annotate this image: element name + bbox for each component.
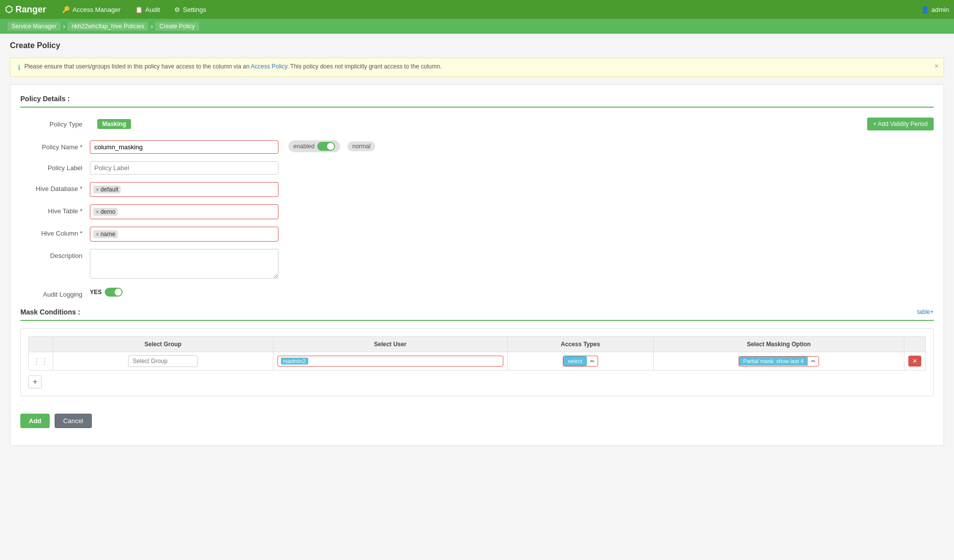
audit-toggle-group: YES (90, 288, 123, 297)
select-user-input[interactable]: rsadmin2 (277, 356, 503, 367)
access-type-wrapper: select ✏ (563, 356, 598, 367)
brand-logo: ⬡ Ranger (5, 4, 46, 15)
policy-type-badge: Masking (97, 119, 131, 129)
form-card: Policy Details : Policy Type Masking + A… (10, 84, 944, 446)
info-icon: ℹ (18, 63, 20, 71)
add-button[interactable]: Add (20, 414, 50, 428)
col-masking-option: Select Masking Option (654, 337, 904, 352)
alert-banner: ℹ Please ensure that users/groups listed… (10, 58, 944, 77)
hive-database-row: Hive Database * × default (20, 182, 934, 197)
hive-column-row: Hive Column * × name (20, 227, 934, 242)
hive-table-tag-remove[interactable]: × (96, 209, 99, 215)
audit-logging-label: Audit Logging (20, 288, 90, 298)
group-cell (53, 352, 273, 371)
top-navigation: ⬡ Ranger 🔑 Access Manager 📋 Audit ⚙ Sett… (0, 0, 954, 19)
policy-type-row: Policy Type Masking + Add Validity Perio… (20, 118, 934, 130)
brand-name: Ranger (15, 4, 46, 15)
table-row: ⋮⋮ rsadmin2 (29, 352, 926, 371)
policy-details-title: Policy Details : (20, 95, 934, 108)
hive-column-tag: × name (93, 230, 118, 238)
masking-option-wrapper: Partial mask: show last 4 ✏ (739, 356, 819, 367)
breadcrumb-service-manager[interactable]: Service Manager (7, 22, 61, 31)
drag-handle-icon[interactable]: ⋮⋮ (33, 357, 49, 366)
policy-type-left: Policy Type Masking (20, 119, 131, 129)
col-access-types: Access Types (507, 337, 653, 352)
hive-database-input[interactable]: × default (90, 182, 278, 197)
access-type-button[interactable]: select (563, 356, 587, 366)
description-row: Description (20, 249, 934, 280)
select-group-input[interactable] (128, 355, 198, 367)
policy-type-label: Policy Type (20, 121, 90, 128)
policy-label-label: Policy Label (20, 161, 90, 172)
policy-name-input[interactable] (90, 140, 278, 154)
hive-column-label: Hive Column * (20, 227, 90, 237)
mask-section-header: Mask Conditions : table+ (20, 308, 934, 321)
hive-column-tag-remove[interactable]: × (96, 231, 99, 237)
breadcrumb: Service Manager › nkh22whcllap_hive Poli… (0, 19, 954, 34)
masking-option-edit-button[interactable]: ✏ (808, 357, 818, 366)
policy-label-input[interactable] (90, 161, 278, 175)
policy-name-label: Policy Name * (20, 140, 90, 151)
policy-label-row: Policy Label (20, 161, 934, 175)
delete-cell: ✕ (904, 352, 926, 371)
nav-settings[interactable]: ⚙ Settings (168, 4, 212, 15)
description-input[interactable] (90, 249, 278, 279)
delete-row-button[interactable]: ✕ (908, 356, 921, 367)
hive-database-tag-remove[interactable]: × (96, 187, 99, 192)
enabled-toggle[interactable] (317, 142, 335, 151)
normal-badge: normal (347, 141, 376, 151)
mask-section-table-link[interactable]: table+ (917, 309, 934, 315)
breadcrumb-sep-2: › (150, 22, 153, 30)
col-actions (904, 337, 926, 352)
enabled-toggle-group[interactable]: enabled (288, 140, 340, 152)
audit-yes-label: YES (90, 289, 102, 296)
policy-name-wrapper (90, 140, 278, 154)
hive-database-label: Hive Database * (20, 182, 90, 192)
access-type-edit-button[interactable]: ✏ (587, 357, 598, 366)
mask-conditions-title: Mask Conditions : (20, 308, 80, 316)
hive-column-input[interactable]: × name (90, 227, 278, 242)
description-label: Description (20, 249, 90, 259)
conditions-table: Select Group Select User Access Types Se… (28, 336, 926, 371)
description-wrapper (90, 249, 278, 280)
hive-table-tag: × demo (93, 208, 118, 216)
hive-database-wrapper: × default (90, 182, 278, 197)
alert-text: Please ensure that users/groups listed i… (24, 63, 442, 70)
masking-option-cell: Partial mask: show last 4 ✏ (654, 352, 904, 371)
settings-icon: ⚙ (174, 6, 180, 13)
admin-label: admin (932, 6, 949, 13)
toggle-row: enabled normal (288, 140, 934, 152)
nav-audit[interactable]: 📋 Audit (129, 4, 166, 15)
col-select-user: Select User (273, 337, 507, 352)
policy-label-wrapper (90, 161, 278, 175)
col-drag (29, 337, 53, 352)
access-policy-link[interactable]: Access Policy (251, 63, 287, 70)
add-validity-period-button[interactable]: + Add Validity Period (867, 118, 934, 130)
drag-handle-cell: ⋮⋮ (29, 352, 53, 371)
hive-table-row: Hive Table * × demo (20, 204, 934, 219)
audit-logging-toggle[interactable] (105, 288, 123, 297)
masking-option-button[interactable]: Partial mask: show last 4 (739, 357, 808, 366)
hive-database-tag: × default (93, 186, 121, 193)
conditions-container: Select Group Select User Access Types Se… (20, 328, 934, 396)
access-types-cell: select ✏ (507, 352, 653, 371)
hive-table-label: Hive Table * (20, 204, 90, 215)
breadcrumb-create-policy[interactable]: Create Policy (155, 22, 199, 31)
user-tag: rsadmin2 (281, 358, 308, 365)
user-cell: rsadmin2 (273, 352, 507, 371)
nav-items: 🔑 Access Manager 📋 Audit ⚙ Settings (56, 4, 921, 15)
cancel-button[interactable]: Cancel (55, 414, 91, 428)
hive-table-wrapper: × demo (90, 204, 278, 219)
breadcrumb-hive-policies[interactable]: nkh22whcllap_hive Policies (68, 22, 148, 31)
nav-access-manager[interactable]: 🔑 Access Manager (56, 4, 127, 15)
alert-close-button[interactable]: × (935, 62, 939, 70)
admin-icon: 👤 (921, 6, 929, 13)
hive-column-wrapper: × name (90, 227, 278, 242)
audit-logging-row: Audit Logging YES (20, 288, 934, 298)
admin-area: 👤 admin (921, 6, 949, 13)
policy-name-row: Policy Name * enabled normal (20, 140, 934, 154)
mask-conditions-section: Mask Conditions : table+ Select Group Se… (20, 308, 934, 396)
hive-table-input[interactable]: × demo (90, 204, 278, 219)
add-row-button[interactable]: + (28, 375, 42, 388)
page-title: Create Policy (10, 41, 944, 50)
